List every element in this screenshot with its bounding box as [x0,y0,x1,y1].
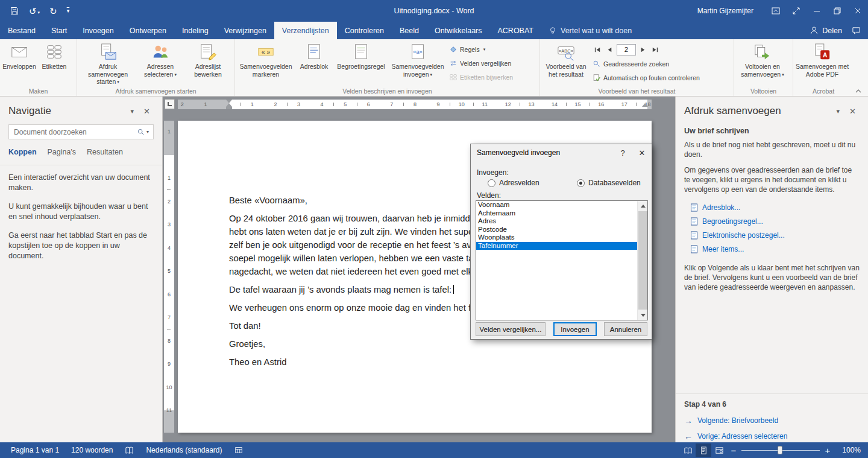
merge-field-option[interactable]: Tafelnummer [476,242,647,250]
language-indicator[interactable]: Nederlands (standaard) [141,446,227,454]
ribbon-tab[interactable]: ACROBAT [490,22,542,39]
zoom-slider-handle[interactable] [778,446,782,454]
pane-close-button[interactable]: ✕ [844,106,861,117]
zoom-level[interactable]: 100% [834,446,861,454]
minimize-button[interactable] [807,0,827,22]
dialog-help-button[interactable]: ? [613,144,632,161]
database-fields-radio[interactable]: Databasevelden [577,179,641,187]
merge-item-link[interactable]: Adresblok... [690,200,860,214]
web-layout-button[interactable] [711,444,727,457]
list-scrollbar[interactable] [637,201,647,320]
share-button[interactable]: Delen [802,22,849,39]
next-record-button[interactable] [638,45,648,55]
pane-options-button[interactable]: ▾ [126,106,139,116]
ribbon-display-options-button[interactable] [766,0,786,22]
rules-button[interactable]: Regels▾ [447,42,536,56]
start-mail-merge-button[interactable]: Afdruk samenvoegen starten▾ [79,40,137,85]
print-layout-button[interactable] [696,444,711,457]
tab-selector[interactable] [165,99,175,109]
undo-button[interactable]: ↺▾ [29,7,40,16]
scrollbar-thumb[interactable] [638,211,647,310]
dialog-title-bar[interactable]: Samenvoegveld invoegen ? ✕ [471,144,652,161]
insert-field-icon: «a» [409,43,427,61]
previous-record-button[interactable] [605,45,615,55]
ribbon-tab[interactable]: Controleren [337,22,392,39]
pane-options-button[interactable]: ▾ [832,106,845,116]
cancel-dialog-button[interactable]: Annuleren [604,322,647,336]
dialog-close-button[interactable]: ✕ [632,144,652,161]
right-indent-marker[interactable] [642,103,648,107]
wizard-previous-link[interactable]: ← Vorige: Adressen selecteren [684,431,860,441]
zoom-slider[interactable] [741,444,820,457]
page-indicator[interactable]: Pagina 1 van 1 [6,446,64,454]
ribbon-tab[interactable]: Indeling [174,22,216,39]
ribbon-tab[interactable]: Ontwerpen [122,22,174,39]
navigation-tab[interactable]: Resultaten [87,148,123,159]
finish-merge-button[interactable]: Voltooien en samenvoegen▾ [736,40,789,85]
read-mode-button[interactable] [680,444,696,457]
greeting-line-button[interactable]: Begroetingsregel [333,40,389,85]
word-count[interactable]: 120 woorden [66,446,118,454]
tab-bestand[interactable]: Bestand [0,22,43,39]
merge-field-option[interactable]: Adres [476,217,647,226]
merge-field-option[interactable]: Achternaam [476,209,647,218]
document-search-box: ▾ [8,124,154,139]
search-input[interactable] [9,128,137,136]
etiketten-button[interactable]: Etiketten [37,40,72,85]
match-fields-dialog-button[interactable]: Velden vergelijken... [476,322,546,336]
merge-field-option[interactable]: Postcode [476,226,647,234]
check-for-errors-button[interactable]: Automatisch op fouten controleren [590,71,730,84]
record-number-input[interactable] [617,44,636,56]
address-block-button[interactable]: Adresblok [295,40,333,85]
select-recipients-button[interactable]: Adressen selecteren▾ [137,40,184,85]
vertical-ruler[interactable]: 1 1234567891011 [164,121,174,433]
ribbon-tab[interactable]: Invoegen [75,22,121,39]
close-button[interactable] [848,0,868,22]
merge-item-link[interactable]: Meer items... [690,242,860,256]
merge-field-option[interactable]: Woonplaats [476,234,647,242]
left-indent-marker[interactable] [226,107,232,109]
ribbon-tab[interactable]: Start [43,22,75,39]
full-screen-button[interactable] [786,0,807,22]
highlight-merge-fields-button[interactable]: « » Samenvoegvelden markeren [237,40,295,85]
ribbon-tab[interactable]: Ontwikkelaars [427,22,490,39]
restore-button[interactable] [827,0,848,22]
ribbon-tab[interactable]: Beeld [392,22,427,39]
proofing-status-button[interactable] [120,446,139,455]
address-fields-radio[interactable]: Adresvelden [488,179,539,187]
ribbon-tab[interactable]: Verwijzingen [216,22,274,39]
collapse-ribbon-button[interactable] [855,88,862,94]
redo-button[interactable]: ↻ [49,7,57,16]
user-name[interactable]: Martin Gijzemijter [697,7,753,15]
zoom-out-button[interactable]: − [727,444,740,457]
scroll-down-button[interactable] [638,310,648,320]
customize-qat-button[interactable]: ▾ [67,7,70,16]
merge-item-link[interactable]: Begroetingsregel... [690,214,860,228]
merge-to-adobe-pdf-button[interactable]: A Samenvoegen met Adobe PDF [795,40,849,85]
navigation-tab[interactable]: Koppen [8,148,37,159]
horizontal-ruler[interactable]: 21 123456789101112131415161718 [178,100,652,109]
feedback-button[interactable] [849,22,868,39]
zoom-in-button[interactable]: + [821,444,834,457]
match-fields-button[interactable]: Velden vergelijken [447,56,536,70]
preview-results-button[interactable]: «ABC» Voorbeeld van het resultaat [542,40,590,85]
enveloppen-button[interactable]: Enveloppen [2,40,37,85]
ribbon-tab[interactable]: Verzendlijsten [274,22,337,39]
find-recipient-button[interactable]: Geadresseerde zoeken [590,57,730,71]
insert-dialog-button[interactable]: Invoegen [553,322,597,336]
pane-close-button[interactable]: ✕ [139,106,155,117]
wizard-next-link[interactable]: → Volgende: Briefvoorbeeld [684,416,860,425]
tell-me-box[interactable]: Vertel wat u wilt doen [541,22,639,39]
save-button[interactable] [10,6,19,16]
insert-merge-field-button[interactable]: «a» Samenvoegvelden invoegen▾ [389,40,447,85]
merge-fields-list[interactable]: VoornaamAchternaamAdresPostcodeWoonplaat… [476,200,648,320]
macro-record-button[interactable] [230,446,248,454]
scroll-up-button[interactable] [638,201,648,211]
merge-field-option[interactable]: Voornaam [476,201,647,209]
first-record-button[interactable] [593,45,603,55]
last-record-button[interactable] [650,45,660,55]
update-labels-button[interactable]: Etiketten bijwerken [447,70,536,84]
merge-item-link[interactable]: Elektronische postzegel... [690,228,860,242]
edit-recipient-list-button[interactable]: Adreslijst bewerken [184,40,232,85]
navigation-tab[interactable]: Pagina's [48,148,77,159]
